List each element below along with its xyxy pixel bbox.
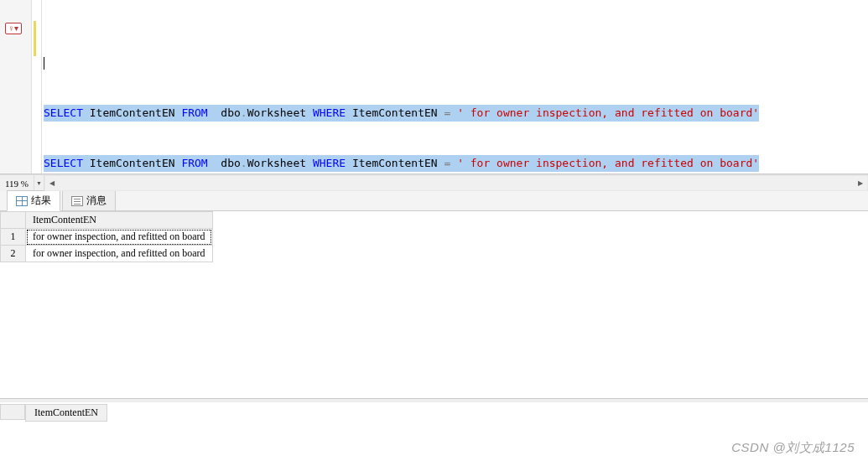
grid-icon [16, 196, 28, 206]
breakpoint-marker-icon[interactable]: ♀▾ [5, 23, 22, 34]
sql-editor[interactable]: SELECT ItemContentEN FROM dbo.Worksheet … [42, 0, 868, 174]
horizontal-scrollbar[interactable]: ◀ ▶ [44, 175, 868, 191]
table-row[interactable]: 2 for owner inspection, and refitted on … [1, 246, 213, 262]
cell[interactable]: for owner inspection, and refitted on bo… [26, 229, 213, 246]
cell[interactable]: for owner inspection, and refitted on bo… [26, 246, 213, 262]
scroll-left-icon[interactable]: ◀ [45, 176, 59, 190]
editor-status-bar: 119 % ▼ ◀ ▶ [0, 174, 868, 191]
messages-icon [71, 196, 83, 206]
column-header[interactable]: ItemContentEN [25, 404, 107, 422]
results-pane: ItemContentEN 1 for owner inspection, an… [0, 211, 868, 399]
zoom-level[interactable]: 119 % [0, 175, 34, 191]
table-row[interactable]: 1 for owner inspection, and refitted on … [1, 229, 213, 246]
change-indicator [34, 21, 36, 56]
text-cursor [44, 57, 44, 70]
editor-change-margin [32, 0, 42, 174]
results-grid[interactable]: ItemContentEN 1 for owner inspection, an… [0, 211, 213, 262]
scroll-right-icon[interactable]: ▶ [854, 176, 867, 190]
row-number[interactable]: 2 [1, 246, 26, 262]
column-header[interactable]: ItemContentEN [26, 212, 213, 229]
grid-corner[interactable] [0, 404, 25, 420]
watermark: CSDN @刘文成1125 [731, 440, 855, 456]
editor-gutter: ♀▾ [0, 0, 32, 174]
code-line[interactable]: SELECT ItemContentEN FROM dbo.Worksheet … [44, 105, 759, 122]
grid-corner[interactable] [1, 212, 26, 229]
code-line[interactable]: SELECT ItemContentEN FROM dbo.Worksheet … [44, 155, 759, 172]
sql-editor-pane: ♀▾ SELECT ItemContentEN FROM dbo.Workshe… [0, 0, 868, 174]
row-number[interactable]: 1 [1, 229, 26, 246]
